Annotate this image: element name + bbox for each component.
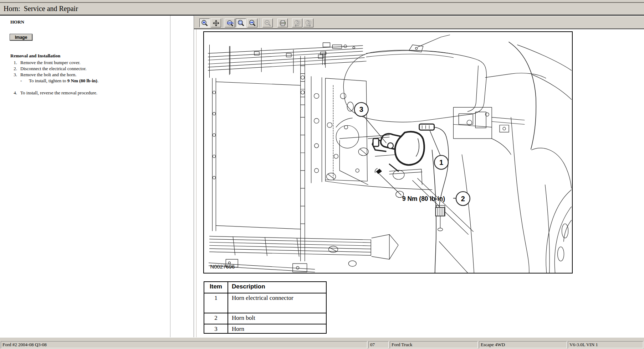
fit-window-icon xyxy=(237,20,245,27)
procedure-substep: - To install, tighten to 9 Nm (80 lb-in)… xyxy=(20,78,163,84)
print-icon xyxy=(279,20,286,27)
parts-table-header-description: Description xyxy=(228,282,326,293)
viewer-toolbar: 100% xyxy=(194,16,644,29)
step-number: 3. xyxy=(9,72,17,78)
substep-torque-value: 9 Nm (80 lb-in) xyxy=(67,78,97,83)
status-year: 07 xyxy=(368,341,389,348)
previous-image-button-disabled[interactable] xyxy=(292,19,302,27)
toolbar-separator xyxy=(223,18,224,28)
torque-label: 9 Nm (80 lb-in) xyxy=(402,195,445,202)
next-image-camera-icon xyxy=(305,20,312,27)
callout-2: 2 xyxy=(461,195,465,203)
panel-divider[interactable] xyxy=(170,16,170,337)
procedure-step: 1. Remove the front bumper cover. xyxy=(9,60,162,66)
toolbar-separator xyxy=(260,18,261,28)
step-text: Remove the bolt and the horn. xyxy=(20,72,76,78)
parts-table-description: Horn bolt xyxy=(228,313,326,324)
step-text: Remove the front bumper cover. xyxy=(20,60,81,66)
procedure-step: 2. Disconnect the electrical connector. xyxy=(9,66,162,72)
viewer-inner-border xyxy=(196,29,196,337)
pan-button[interactable] xyxy=(211,19,221,27)
app-window: Horn: Service and Repair HORN Image Remo… xyxy=(0,0,644,349)
pan-arrows-icon xyxy=(213,20,220,27)
callout-1: 1 xyxy=(439,158,443,166)
section-heading: HORN xyxy=(10,19,24,25)
image-button[interactable]: Image xyxy=(10,34,32,41)
svg-text:100%: 100% xyxy=(227,21,234,24)
parts-table-item-number: 2 xyxy=(204,313,228,324)
parts-table-description: Horn electrical connector xyxy=(228,293,326,313)
print-button[interactable] xyxy=(277,19,288,27)
procedure-step: 4. To install, reverse the removal proce… xyxy=(9,90,162,96)
previous-image-camera-icon xyxy=(293,20,301,27)
figure-frame[interactable]: 3 1 2 9 Nm (80 lb-in) N0027696 xyxy=(203,31,573,274)
fit-width-icon xyxy=(249,20,256,27)
status-engine: V6-3.0L VIN 1 xyxy=(568,341,643,348)
zoom-100-button[interactable]: 100% xyxy=(225,19,235,27)
status-make: Ford Truck xyxy=(390,341,478,348)
status-bar: Ford #2 2004-08 Q3-08 07 Ford Truck Esca… xyxy=(0,337,644,349)
procedure-step: 3. Remove the bolt and the horn. xyxy=(9,72,162,78)
status-model: Escape 4WD xyxy=(479,341,567,348)
step-number: 2. xyxy=(9,66,17,72)
status-database: Ford #2 2004-08 Q3-08 xyxy=(1,341,367,348)
parts-table: Item Description 1 Horn electrical conne… xyxy=(204,281,327,334)
image-viewer-panel: 100% xyxy=(194,16,644,337)
substep-dash: - xyxy=(20,78,24,84)
parts-table-description: Horn xyxy=(228,324,326,333)
step-number: 4. xyxy=(9,90,17,96)
parts-table-header-item: Item xyxy=(204,282,228,293)
next-image-button-disabled[interactable] xyxy=(303,19,313,27)
title-bar: Horn: Service and Repair xyxy=(0,0,644,16)
zoom-100-icon: 100% xyxy=(226,20,234,27)
substep-suffix: . xyxy=(97,78,98,83)
page-title: Horn: Service and Repair xyxy=(4,5,78,13)
step-text: Disconnect the electrical connector. xyxy=(20,66,87,72)
zoom-in-icon xyxy=(201,20,208,27)
title-bar-top-line xyxy=(0,2,644,3)
procedure-heading: Removal and Installation xyxy=(10,53,60,59)
procedure-panel: HORN Image Removal and Installation 1. R… xyxy=(0,16,170,337)
substep-prefix: To install, tighten to xyxy=(29,78,67,83)
figure-number: N0027696 xyxy=(210,264,235,270)
step-number: 1. xyxy=(9,60,17,66)
substep-text: To install, tighten to 9 Nm (80 lb-in). xyxy=(29,78,98,84)
callout-3: 3 xyxy=(359,105,363,113)
parts-table-item-number: 1 xyxy=(204,293,228,313)
step-text: To install, reverse the removal procedur… xyxy=(20,90,97,96)
fit-window-button[interactable] xyxy=(236,19,246,27)
fit-width-button[interactable] xyxy=(247,19,257,27)
horn-location-diagram: 3 1 2 9 Nm (80 lb-in) N0027696 xyxy=(204,32,572,273)
parts-table-item-number: 3 xyxy=(204,324,228,333)
zoom-out-icon xyxy=(264,20,271,27)
zoom-in-button[interactable] xyxy=(199,19,210,27)
zoom-out-button-disabled[interactable] xyxy=(262,19,273,27)
